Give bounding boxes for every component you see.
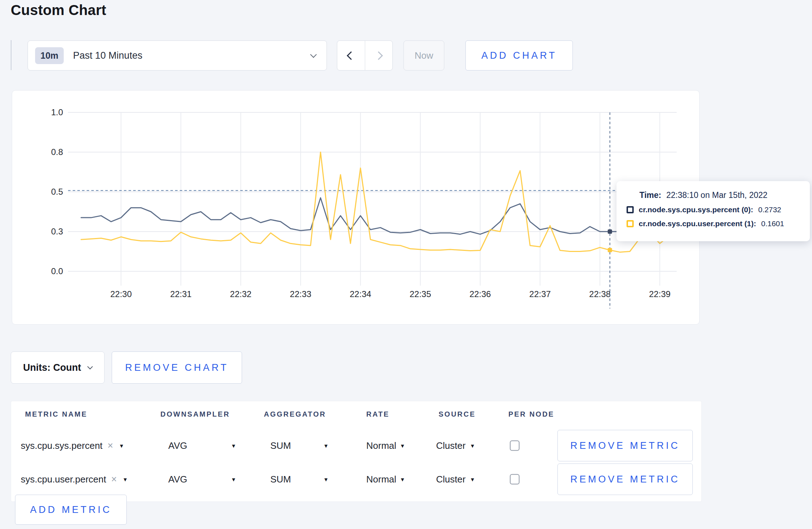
metric-name: sys.cpu.user.percent	[21, 474, 106, 485]
next-time-button[interactable]	[365, 41, 393, 70]
metric-name-select[interactable]: sys.cpu.user.percent × ▼	[21, 474, 128, 485]
caret-down-icon: ▼	[470, 476, 475, 482]
remove-chart-button[interactable]: REMOVE CHART	[112, 351, 242, 384]
tooltip-time-row: Time: 22:38:10 on Mar 15th, 2022	[639, 190, 800, 200]
caret-down-icon: ▼	[231, 443, 236, 449]
caret-down-icon: ▼	[470, 443, 475, 449]
chevron-right-icon	[374, 51, 383, 60]
toolbar-divider	[11, 40, 11, 70]
caret-down-icon[interactable]: ▼	[119, 443, 124, 449]
col-header-aggregator: AGGREGATOR	[264, 410, 326, 418]
col-header-downsampler: DOWNSAMPLER	[160, 410, 230, 418]
time-nav-group	[337, 40, 393, 71]
chevron-down-icon	[87, 364, 93, 369]
rate-label: Normal	[366, 474, 396, 485]
caret-down-icon: ▼	[323, 476, 329, 482]
tooltip-series-name: cr.node.sys.cpu.sys.percent (0):	[639, 205, 753, 214]
col-header-per-node: PER NODE	[508, 410, 554, 418]
tooltip-series-value: 0.2732	[758, 205, 781, 214]
aggregator-label: SUM	[270, 474, 291, 485]
downsampler-label: AVG	[168, 474, 187, 485]
remove-metric-button[interactable]: REMOVE METRIC	[557, 464, 693, 495]
tooltip-time-label: Time:	[639, 190, 661, 200]
rate-select[interactable]: Normal ▼	[366, 474, 405, 485]
tooltip-series-row: cr.node.sys.cpu.sys.percent (0): 0.2732	[627, 205, 800, 214]
per-node-checkbox[interactable]	[510, 474, 519, 485]
add-chart-button[interactable]: ADD CHART	[465, 40, 573, 71]
aggregator-label: SUM	[270, 440, 291, 451]
chart-tooltip: Time: 22:38:10 on Mar 15th, 2022 cr.node…	[617, 181, 810, 241]
page-title: Custom Chart	[11, 2, 106, 18]
now-button[interactable]: Now	[403, 40, 444, 71]
caret-down-icon: ▼	[231, 476, 236, 482]
tooltip-time-value: 22:38:10 on Mar 15th, 2022	[666, 190, 768, 200]
user-series-swatch-icon	[627, 220, 634, 227]
time-window-label: Past 10 Minutes	[73, 50, 311, 61]
caret-down-icon: ▼	[400, 443, 405, 449]
tooltip-series-row: cr.node.sys.cpu.user.percent (1): 0.1601	[627, 219, 800, 228]
units-label: Units: Count	[23, 362, 81, 373]
aggregator-select[interactable]: ▼	[323, 443, 329, 449]
downsampler-select[interactable]: ▼	[231, 476, 236, 482]
clear-metric-icon[interactable]: ×	[111, 474, 117, 485]
source-select[interactable]: Cluster ▼	[436, 440, 475, 451]
prev-time-button[interactable]	[337, 41, 365, 70]
caret-down-icon: ▼	[323, 443, 329, 449]
caret-down-icon: ▼	[400, 476, 405, 482]
caret-down-icon[interactable]: ▼	[122, 476, 128, 482]
tooltip-series-value: 0.1601	[761, 219, 784, 228]
aggregator-select[interactable]: ▼	[323, 476, 329, 482]
time-window-selector[interactable]: 10m Past 10 Minutes	[28, 40, 327, 71]
per-node-checkbox[interactable]	[510, 441, 519, 451]
time-window-badge: 10m	[35, 47, 64, 64]
metric-name: sys.cpu.sys.percent	[21, 440, 102, 451]
sys-series-swatch-icon	[627, 206, 634, 213]
downsampler-label: AVG	[168, 440, 187, 451]
chevron-down-icon	[310, 51, 316, 58]
col-header-source: SOURCE	[439, 410, 476, 418]
chevron-left-icon	[347, 51, 355, 60]
downsampler-select[interactable]: ▼	[231, 443, 236, 449]
remove-metric-button[interactable]: REMOVE METRIC	[557, 430, 693, 461]
metric-row: sys.cpu.user.percent × ▼ AVG ▼ SUM ▼ Nor…	[11, 463, 702, 495]
source-label: Cluster	[436, 440, 465, 451]
col-header-rate: RATE	[366, 410, 390, 418]
source-select[interactable]: Cluster ▼	[436, 474, 475, 485]
clear-metric-icon[interactable]: ×	[107, 440, 113, 451]
add-metric-button[interactable]: ADD METRIC	[15, 495, 127, 525]
tooltip-series-name: cr.node.sys.cpu.user.percent (1):	[639, 219, 756, 228]
rate-select[interactable]: Normal ▼	[366, 440, 405, 451]
chart-card[interactable]	[12, 90, 700, 325]
metric-row: sys.cpu.sys.percent × ▼ AVG ▼ SUM ▼ Norm…	[11, 429, 702, 462]
col-header-metric-name: METRIC NAME	[25, 410, 87, 418]
units-dropdown[interactable]: Units: Count	[11, 351, 105, 384]
metric-name-select[interactable]: sys.cpu.sys.percent × ▼	[21, 440, 124, 451]
rate-label: Normal	[366, 440, 396, 451]
source-label: Cluster	[436, 474, 465, 485]
